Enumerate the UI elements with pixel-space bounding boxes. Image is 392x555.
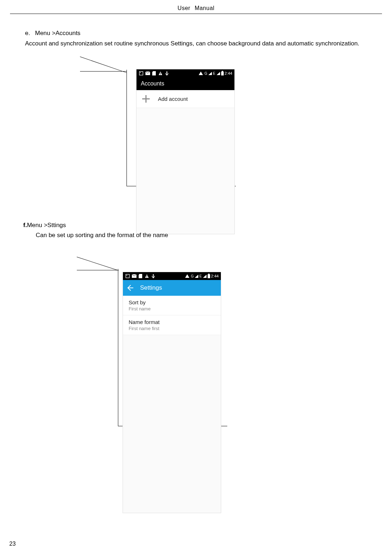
header-manual: Manual	[195, 5, 214, 11]
signal-icon-2	[203, 275, 207, 278]
phone-screenshot-accounts: G E 2:44 Accounts Add account	[136, 69, 235, 234]
network-e: E	[213, 72, 215, 75]
name-format-row[interactable]: Name format First name first	[123, 315, 221, 335]
battery-icon	[208, 274, 210, 278]
network-e: E	[199, 274, 202, 278]
status-time-2: 2:44	[211, 274, 219, 278]
network-g: G	[191, 274, 194, 278]
svg-rect-9	[147, 277, 147, 278]
section-e-heading: e.Menu >Accounts	[0, 30, 392, 37]
status-bar: G E 2:44	[137, 69, 234, 77]
sort-by-value: First name	[129, 306, 215, 311]
add-account-row[interactable]: Add account	[137, 90, 234, 108]
signal-icon-1	[208, 72, 212, 75]
name-format-value: First name first	[129, 326, 215, 331]
sd-icon	[138, 274, 143, 278]
name-format-label: Name format	[129, 319, 215, 325]
add-account-label: Add account	[158, 96, 188, 102]
screenshot-icon	[139, 71, 144, 75]
svg-rect-3	[160, 73, 160, 74]
battery-icon	[221, 72, 224, 75]
sort-by-row[interactable]: Sort by First name	[123, 296, 221, 315]
phone-screenshot-settings: G E 2:44 Settings Sort by First name Nam…	[123, 272, 221, 513]
sort-by-label: Sort by	[129, 299, 215, 305]
svg-rect-0	[139, 72, 143, 75]
plus-icon	[142, 94, 151, 104]
sd-icon	[152, 71, 157, 75]
accounts-title: Accounts	[141, 80, 164, 87]
header-user: User	[178, 5, 190, 11]
section-f-title: Menu >Sttings	[27, 222, 66, 229]
svg-rect-6	[126, 275, 127, 276]
settings-title: Settings	[140, 284, 162, 291]
settings-titlebar: Settings	[123, 280, 221, 296]
section-f-heading: f.Menu >Sttings	[23, 222, 66, 229]
section-e-letter: e.	[25, 30, 35, 37]
signal-icon-1	[195, 275, 198, 278]
callout-line-1	[80, 57, 126, 72]
section-e-title: Menu >Accounts	[35, 30, 80, 36]
page-header: UserManual	[10, 0, 382, 14]
status-bar-2: G E 2:44	[123, 272, 221, 280]
page-number: 23	[9, 541, 16, 547]
accounts-titlebar: Accounts	[137, 77, 234, 90]
section-f-sub: Can be set up sorting and the format of …	[36, 232, 168, 239]
svg-rect-1	[140, 72, 141, 73]
svg-rect-5	[126, 274, 129, 278]
screenshot-icon	[125, 274, 130, 278]
usb-icon	[164, 71, 169, 75]
svg-rect-4	[160, 74, 160, 75]
wifi-icon	[199, 72, 203, 75]
network-g: G	[204, 72, 207, 75]
section-f-letter: f.	[23, 222, 27, 229]
back-arrow-icon[interactable]	[126, 284, 134, 292]
mail-icon	[145, 71, 150, 75]
usb-icon	[151, 274, 156, 278]
warning-icon	[158, 71, 163, 75]
wifi-icon	[185, 274, 189, 278]
section-e-body: Account and synchronization set routine …	[0, 39, 392, 48]
warning-icon	[144, 274, 149, 278]
signal-icon-2	[217, 72, 220, 75]
callout-line-2	[77, 257, 118, 270]
mail-icon	[132, 274, 137, 278]
status-time: 2:44	[225, 71, 232, 75]
document-content: e.Menu >Accounts Account and synchroniza…	[0, 14, 392, 48]
svg-rect-8	[147, 275, 147, 277]
